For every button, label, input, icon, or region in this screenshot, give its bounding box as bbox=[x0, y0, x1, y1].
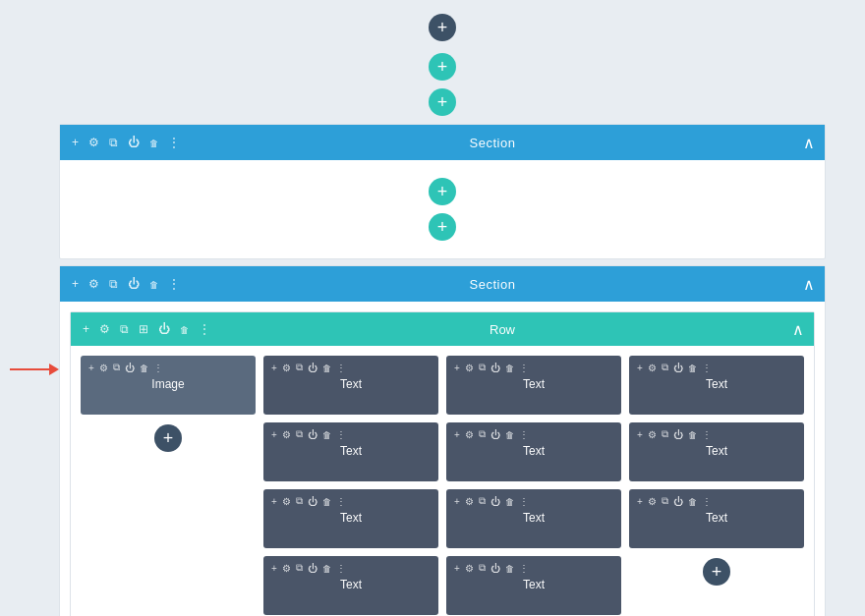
section-1-inner-add-2[interactable]: + bbox=[429, 213, 456, 241]
t32-dots[interactable] bbox=[519, 429, 529, 440]
text-module-2-2[interactable]: Text bbox=[263, 422, 438, 481]
row-chevron[interactable]: ∧ bbox=[792, 320, 804, 339]
section-2-copy-icon[interactable] bbox=[107, 275, 120, 293]
col4-add-btn[interactable]: + bbox=[703, 558, 730, 586]
t32-trash[interactable] bbox=[505, 429, 514, 440]
t24-plus[interactable] bbox=[271, 563, 277, 574]
section-1-copy-icon[interactable] bbox=[107, 134, 120, 151]
section-1-inner-add-1[interactable]: + bbox=[429, 178, 456, 205]
section-1-dots-icon[interactable] bbox=[166, 134, 182, 151]
row-grid-icon[interactable] bbox=[137, 320, 150, 338]
section-2-gear-icon[interactable] bbox=[86, 275, 101, 293]
t41-trash[interactable] bbox=[688, 363, 697, 373]
t33-plus[interactable] bbox=[454, 496, 460, 507]
text-module-4-2[interactable]: Text bbox=[629, 422, 804, 481]
t41-dots[interactable] bbox=[702, 363, 712, 373]
t23-power[interactable] bbox=[308, 496, 317, 507]
t32-gear[interactable] bbox=[465, 429, 474, 440]
t24-power[interactable] bbox=[308, 563, 317, 574]
text-module-2-4[interactable]: Text bbox=[263, 556, 438, 615]
t41-gear[interactable] bbox=[648, 363, 657, 373]
t34-gear[interactable] bbox=[465, 563, 474, 574]
t31-power[interactable] bbox=[490, 363, 500, 373]
section-2-power-icon[interactable] bbox=[126, 275, 142, 293]
section-1-gear-icon[interactable] bbox=[86, 134, 101, 151]
section-2-dots-icon[interactable] bbox=[166, 275, 182, 293]
section-2-chevron[interactable]: ∧ bbox=[803, 275, 815, 294]
row-trash-icon[interactable] bbox=[178, 320, 191, 338]
top-add-btn-1[interactable]: + bbox=[429, 14, 456, 41]
t31-gear[interactable] bbox=[465, 363, 474, 373]
t41-plus[interactable] bbox=[637, 363, 643, 373]
row-add-icon[interactable] bbox=[81, 320, 91, 338]
section-1-chevron[interactable]: ∧ bbox=[803, 134, 815, 152]
t21-trash[interactable] bbox=[322, 363, 331, 373]
t42-gear[interactable] bbox=[648, 429, 657, 440]
image-module[interactable]: Image bbox=[81, 356, 256, 415]
t33-copy[interactable] bbox=[479, 495, 486, 507]
t22-power[interactable] bbox=[308, 429, 317, 440]
t24-gear[interactable] bbox=[282, 563, 291, 574]
row-power-icon[interactable] bbox=[156, 320, 172, 338]
t21-power[interactable] bbox=[308, 363, 317, 373]
t31-trash[interactable] bbox=[505, 363, 514, 373]
t42-dots[interactable] bbox=[702, 429, 712, 440]
row-gear-icon[interactable] bbox=[97, 320, 112, 338]
t42-power[interactable] bbox=[673, 429, 683, 440]
t21-copy[interactable] bbox=[296, 362, 303, 373]
t34-plus[interactable] bbox=[454, 563, 460, 574]
t33-gear[interactable] bbox=[465, 496, 474, 507]
t42-plus[interactable] bbox=[637, 429, 643, 440]
t42-trash[interactable] bbox=[688, 429, 697, 440]
row-dots-icon[interactable] bbox=[197, 320, 212, 338]
t34-dots[interactable] bbox=[519, 563, 529, 574]
text-module-4-1[interactable]: Text bbox=[629, 356, 804, 415]
t21-plus[interactable] bbox=[271, 363, 277, 373]
t33-power[interactable] bbox=[490, 496, 500, 507]
section-1-trash-icon[interactable] bbox=[147, 134, 160, 151]
image-trash-icon[interactable] bbox=[140, 363, 148, 373]
t23-dots[interactable] bbox=[336, 496, 346, 507]
t41-copy[interactable] bbox=[662, 362, 668, 373]
section-2-header[interactable]: Section ∧ bbox=[60, 266, 825, 302]
t43-copy[interactable] bbox=[662, 495, 668, 507]
t33-dots[interactable] bbox=[519, 496, 529, 507]
t21-gear[interactable] bbox=[282, 363, 291, 373]
top-add-btn-3[interactable]: + bbox=[429, 88, 456, 116]
t43-power[interactable] bbox=[673, 496, 683, 507]
section-1-add-icon[interactable] bbox=[70, 134, 81, 151]
t32-copy[interactable] bbox=[479, 428, 486, 440]
t43-plus[interactable] bbox=[637, 496, 643, 507]
t41-power[interactable] bbox=[673, 363, 683, 373]
t23-gear[interactable] bbox=[282, 496, 291, 507]
text-module-3-3[interactable]: Text bbox=[446, 489, 621, 548]
text-module-3-4[interactable]: Text bbox=[446, 556, 621, 615]
text-module-3-1[interactable]: Text bbox=[446, 356, 621, 415]
image-copy-icon[interactable] bbox=[113, 362, 120, 373]
image-gear-icon[interactable] bbox=[99, 363, 108, 373]
t23-trash[interactable] bbox=[322, 496, 331, 507]
row-copy-icon[interactable] bbox=[118, 320, 131, 338]
t32-plus[interactable] bbox=[454, 429, 460, 440]
t31-copy[interactable] bbox=[479, 362, 486, 373]
t34-copy[interactable] bbox=[479, 562, 486, 574]
t43-dots[interactable] bbox=[702, 496, 712, 507]
section-2-trash-icon[interactable] bbox=[147, 275, 160, 293]
t24-copy[interactable] bbox=[296, 562, 303, 574]
t23-copy[interactable] bbox=[296, 495, 303, 507]
t22-dots[interactable] bbox=[336, 429, 346, 440]
text-module-2-3[interactable]: Text bbox=[263, 489, 438, 548]
section-1-header[interactable]: Section ∧ bbox=[60, 125, 825, 160]
row-header[interactable]: Row ∧ bbox=[71, 312, 814, 346]
t43-trash[interactable] bbox=[688, 496, 697, 507]
t31-dots[interactable] bbox=[519, 363, 529, 373]
image-power-icon[interactable] bbox=[125, 363, 135, 373]
t24-trash[interactable] bbox=[322, 563, 331, 574]
t22-copy[interactable] bbox=[296, 428, 303, 440]
section-1-power-icon[interactable] bbox=[126, 134, 142, 151]
text-module-2-1[interactable]: Text bbox=[263, 356, 438, 415]
image-dots-icon[interactable] bbox=[153, 363, 163, 373]
col1-add-btn[interactable]: + bbox=[154, 424, 182, 452]
text-module-4-3[interactable]: Text bbox=[629, 489, 804, 548]
section-2-add-icon[interactable] bbox=[70, 275, 81, 293]
